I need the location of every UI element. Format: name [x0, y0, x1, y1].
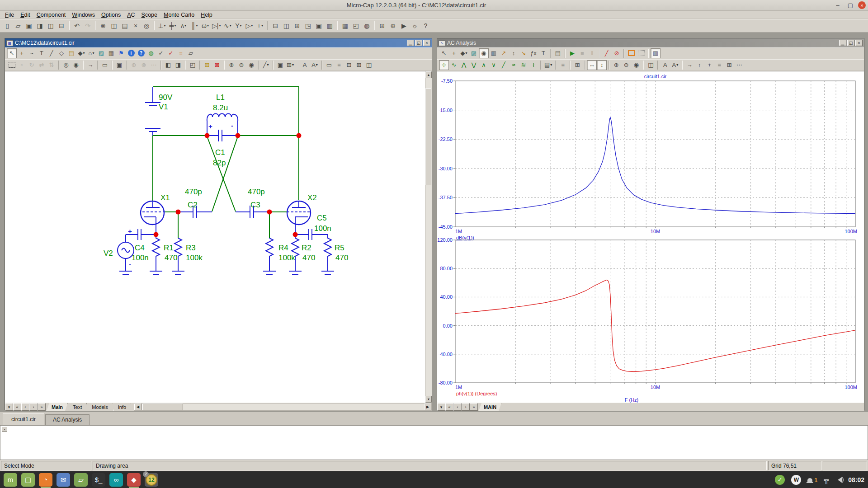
select-mode-icon[interactable]: ↖	[7, 48, 17, 58]
notes-icon[interactable]: ≡	[176, 48, 186, 58]
child-maximize-button[interactable]: ◱	[847, 40, 854, 46]
vertical-cursor-icon[interactable]: ↕	[597, 60, 607, 70]
child-close-button[interactable]: ×	[423, 40, 430, 46]
next-point-icon[interactable]: ∿	[449, 60, 459, 70]
connector-component-icon[interactable]: +▾	[255, 20, 265, 31]
flip-horizontal-icon[interactable]: ⇄	[37, 60, 47, 70]
taskbar-mint-menu-icon[interactable]: m	[4, 473, 17, 487]
translate-icon[interactable]: ◨	[34, 20, 45, 31]
font-size-icon[interactable]: A	[300, 60, 310, 70]
high-point-icon[interactable]: ∧	[479, 60, 489, 70]
paste-region-icon[interactable]	[636, 48, 646, 58]
update-shield-icon[interactable]: ✓	[775, 475, 785, 485]
menu-edit[interactable]: Edit	[17, 11, 33, 19]
sine-source-v2[interactable]	[118, 235, 134, 271]
maximize-window-icon[interactable]: ▣	[313, 20, 324, 31]
redo-icon[interactable]: ↷	[82, 20, 93, 31]
tube-x2[interactable]	[287, 201, 311, 235]
taskbar-files-icon[interactable]: ▱	[74, 473, 88, 487]
more-icon[interactable]: ⋯	[734, 60, 744, 70]
border-tool-icon[interactable]: ▭	[324, 60, 334, 70]
component-editor-icon[interactable]: ▦	[340, 20, 350, 31]
close-window-button[interactable]: ×	[858, 1, 866, 9]
help-topics-icon[interactable]: ?	[420, 20, 431, 31]
check-list-icon[interactable]: ✓	[166, 48, 176, 58]
scale-mode-icon[interactable]: ↕	[509, 48, 519, 58]
region-enable-icon[interactable]: ▱	[186, 48, 196, 58]
grid-dropdown-icon[interactable]: ⊞▾	[285, 60, 295, 70]
cascade-windows-icon[interactable]: ◳	[302, 20, 313, 31]
go-to-x-icon[interactable]: →	[684, 60, 694, 70]
scroll-left-button[interactable]: ◀	[134, 404, 142, 410]
notification-bell[interactable]: 1	[807, 476, 817, 484]
taskbar-mail-icon[interactable]: ✉	[57, 473, 70, 487]
child-minimize-button[interactable]: ▁	[839, 40, 846, 46]
menu-monte-carlo[interactable]: Monte Carlo	[160, 11, 198, 19]
split-horizontal-icon[interactable]: ⊟	[270, 20, 281, 31]
pause-icon[interactable]: ‖	[587, 48, 597, 58]
add-page-icon[interactable]: ⊞	[202, 60, 212, 70]
help-mode-icon[interactable]: ?	[136, 48, 146, 58]
tube-x1[interactable]	[141, 201, 165, 235]
sheet-tab-main[interactable]: Main	[47, 403, 68, 411]
select-mode-icon[interactable]: ↖	[439, 48, 449, 58]
document-tab-circuit1-cir[interactable]: circuit1.cir	[3, 413, 44, 425]
horizontal-scroll-thumb[interactable]	[142, 404, 183, 410]
paste-dropdown-icon[interactable]: ▤▾	[543, 60, 553, 70]
low-point-icon[interactable]: ∨	[489, 60, 499, 70]
circle-slope-tool-icon[interactable]: ⊘	[612, 48, 622, 58]
text-window-icon[interactable]: ▥	[324, 20, 335, 31]
zoom-scale-icon[interactable]: ◉	[246, 60, 256, 70]
peak-point-icon[interactable]: ⋀	[459, 60, 469, 70]
rotate-icon[interactable]: ↻	[27, 60, 37, 70]
scroll-down-button[interactable]: ▼	[425, 396, 432, 403]
taskbar-arduino-icon[interactable]: ∞	[109, 473, 123, 487]
minimize-window-button[interactable]: –	[833, 1, 843, 9]
capacitor-component-icon[interactable]: ╫▾	[189, 20, 200, 31]
undo-icon[interactable]: ↶	[71, 20, 82, 31]
warpinator-icon[interactable]: W	[791, 475, 801, 485]
battery-v1[interactable]	[145, 87, 160, 136]
select-region-orange-icon[interactable]	[626, 48, 636, 58]
copy-icon[interactable]: ◫	[108, 20, 119, 31]
taskbar-paint-app-icon[interactable]: ◆	[127, 473, 141, 487]
document-tab-ac-analysis[interactable]: AC Analysis	[45, 414, 90, 425]
find-next-icon[interactable]: ◉	[71, 60, 81, 70]
network-icon[interactable]: ╦	[824, 476, 829, 483]
line-mode-icon[interactable]: ╱	[47, 48, 57, 58]
nav-button-3[interactable]: ›	[462, 403, 470, 411]
model-editor-icon[interactable]: ◰	[350, 20, 361, 31]
menu-component[interactable]: Component	[33, 11, 69, 19]
resistor-r1[interactable]	[152, 235, 160, 271]
package-editor-icon[interactable]: ◍	[361, 20, 372, 31]
clear-icon[interactable]: ×	[130, 20, 141, 31]
select-region-icon[interactable]	[7, 60, 17, 70]
menu-options[interactable]: Options	[98, 11, 124, 19]
transistor-component-icon[interactable]: Y▾	[233, 20, 244, 31]
edit-info-icon[interactable]: ▣	[114, 60, 124, 70]
nav-button-1[interactable]: «	[13, 403, 21, 411]
rotate-3d-dropdown-icon[interactable]: ◆▾	[459, 48, 469, 58]
more-options-icon[interactable]: ⋯	[149, 60, 159, 70]
animate-mode-icon[interactable]: ▶	[398, 20, 409, 31]
info-mode-icon[interactable]: i	[126, 48, 136, 58]
picture-mode-icon[interactable]: ▨	[96, 48, 106, 58]
sine-source-component-icon[interactable]: ∿▾	[222, 20, 233, 31]
save-icon[interactable]: ▣	[24, 20, 34, 31]
grid-panel-icon[interactable]: ⊞	[724, 60, 734, 70]
zoom-100-icon[interactable]: ◉	[631, 60, 641, 70]
menu-scope[interactable]: Scope	[138, 11, 160, 19]
capacitor-c1[interactable]	[207, 130, 238, 141]
next-curve-icon[interactable]: ↗	[499, 48, 509, 58]
draw-dropdown-icon[interactable]: ╱▾	[261, 60, 271, 70]
schematic-window-title-bar[interactable]: ▦ C:\MC12\data\circuit1.cir ▁ ◱ ×	[5, 38, 432, 47]
blank-tool-icon[interactable]: ▫	[17, 60, 27, 70]
zoom-mode-icon[interactable]: ◉	[479, 48, 489, 58]
nav-button-0[interactable]: ▾	[5, 403, 13, 411]
goto-flag-icon[interactable]: →	[85, 60, 95, 70]
point-mode-icon[interactable]: ↘	[519, 48, 528, 58]
state-variables-icon[interactable]: ⊞	[572, 60, 582, 70]
battery-component-icon[interactable]: ╪▾	[167, 20, 178, 31]
formula-text-icon[interactable]: ƒx	[528, 48, 538, 58]
font-dropdown-icon[interactable]: A▾	[670, 60, 680, 70]
